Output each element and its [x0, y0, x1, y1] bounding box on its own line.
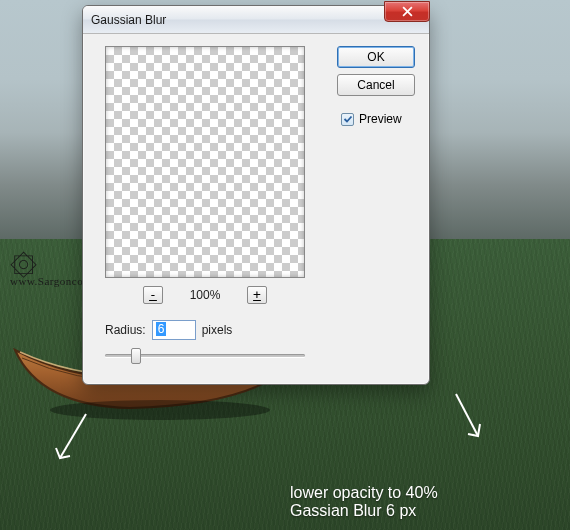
ok-button[interactable]: OK [337, 46, 415, 68]
slider-thumb[interactable] [131, 348, 141, 364]
preview-checkbox-row[interactable]: Preview [337, 112, 415, 126]
dialog-side-column: OK Cancel Preview [337, 46, 415, 126]
close-button[interactable] [384, 1, 430, 22]
filter-preview-pane[interactable] [105, 46, 305, 278]
radius-slider[interactable] [105, 346, 305, 366]
preview-checkbox-label: Preview [359, 112, 402, 126]
annotation-line-2: Gassian Blur 6 px [290, 502, 438, 520]
zoom-controls: - 100% + [105, 284, 305, 306]
radius-row: Radius: 6 pixels [105, 320, 232, 340]
zoom-out-button[interactable]: - [143, 286, 163, 304]
dialog-body: - 100% + Radius: 6 pixels OK [83, 34, 429, 384]
background-scene: ۞ www.Sargonco.com lower opacity to 40% … [0, 0, 570, 530]
check-icon [343, 114, 353, 124]
zoom-in-button[interactable]: + [247, 286, 267, 304]
radius-input[interactable]: 6 [152, 320, 196, 340]
close-icon [402, 6, 413, 17]
annotation-line-1: lower opacity to 40% [290, 484, 438, 502]
dialog-titlebar[interactable]: Gaussian Blur [83, 6, 429, 34]
zoom-percent-label: 100% [187, 288, 223, 302]
cancel-button[interactable]: Cancel [337, 74, 415, 96]
annotation-text: lower opacity to 40% Gassian Blur 6 px [290, 484, 438, 520]
preview-checkbox[interactable] [341, 113, 354, 126]
gaussian-blur-dialog: Gaussian Blur - 100% + Radius: [82, 5, 430, 385]
radius-units-label: pixels [202, 323, 233, 337]
radius-label: Radius: [105, 323, 146, 337]
dialog-title: Gaussian Blur [91, 13, 166, 27]
